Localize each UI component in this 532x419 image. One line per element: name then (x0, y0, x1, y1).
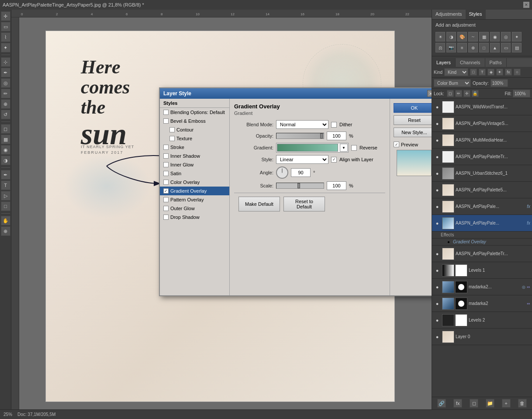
adj-icon-levels[interactable]: ▦ (479, 32, 489, 42)
filter-icon-3[interactable]: ◈ (487, 69, 494, 76)
gradient-overlay-item[interactable]: Gradient Overlay (160, 187, 229, 195)
adj-icon-poster[interactable]: □ (479, 43, 489, 52)
adj-icon-threshold[interactable]: ▲ (490, 43, 500, 52)
gradient-tool[interactable]: ▦ (1, 135, 10, 144)
blend-mode-select[interactable]: Color Burn Normal Multiply (434, 79, 471, 87)
layer-visibility-toggle[interactable]: ● (434, 267, 441, 274)
gradient-dropdown-arrow[interactable]: ▼ (340, 144, 348, 152)
texture-checkbox[interactable] (169, 136, 175, 141)
outer-glow-item[interactable]: Outer Glow (160, 204, 229, 213)
shape-tool[interactable]: □ (1, 201, 10, 211)
reset-to-default-button[interactable]: Reset to Default (283, 197, 325, 211)
adj-icon-bal[interactable]: ⚖ (435, 43, 445, 52)
eyedropper-tool[interactable]: ✒ (1, 68, 10, 77)
zoom-tool[interactable]: ⊕ (1, 226, 10, 236)
pattern-overlay-checkbox[interactable] (163, 197, 169, 202)
styles-tab[interactable]: Styles (466, 10, 486, 19)
layer-item[interactable]: ● AASPN_ArtPlayPaletteTr... (432, 246, 532, 262)
layer-item[interactable]: ● AASPN_WildWordTransf... (432, 99, 532, 115)
blending-options-checkbox[interactable] (163, 110, 169, 115)
filter-icon-4[interactable]: ✦ (496, 69, 503, 76)
link-layers-button[interactable]: 🔗 (437, 399, 446, 408)
lock-transparent-icon[interactable]: ◻ (447, 90, 454, 97)
history-brush[interactable]: ↺ (1, 110, 10, 119)
filter-icon-1[interactable]: □ (470, 69, 477, 76)
reset-button[interactable]: Reset (394, 115, 432, 125)
opacity-input[interactable] (491, 79, 508, 87)
adj-icon-mixer[interactable]: ≡ (457, 43, 467, 52)
add-mask-button[interactable]: ◻ (470, 399, 478, 408)
eraser-tool[interactable]: ◻ (1, 124, 10, 134)
make-default-button[interactable]: Make Default (238, 197, 280, 211)
outer-glow-checkbox[interactable] (163, 206, 169, 211)
paths-tab[interactable]: Paths (485, 58, 507, 67)
filter-icon-6[interactable]: ○ (514, 69, 521, 76)
clone-tool[interactable]: ⊕ (1, 99, 10, 109)
adj-icon-gradient-map[interactable]: ▭ (501, 43, 511, 52)
layer-visibility-toggle[interactable]: ● (434, 284, 441, 291)
angle-input[interactable] (291, 168, 311, 177)
crop-tool[interactable]: ⊹ (1, 57, 10, 67)
ok-button[interactable]: OK (394, 103, 432, 113)
layer-visibility-toggle[interactable]: ● (434, 120, 441, 127)
angle-wheel[interactable] (276, 166, 288, 179)
layer-visibility-toggle[interactable]: ● (434, 170, 441, 177)
preview-checkbox[interactable] (394, 142, 399, 147)
adj-icon-contrast[interactable]: ◑ (446, 32, 456, 42)
align-layer-checkbox[interactable] (331, 157, 337, 163)
dither-checkbox[interactable] (331, 122, 337, 128)
spot-heal-tool[interactable]: ◎ (1, 78, 10, 88)
move-tool[interactable]: ✛ (1, 11, 10, 21)
layer-visibility-toggle[interactable]: ● (434, 187, 441, 194)
color-overlay-checkbox[interactable] (163, 180, 169, 185)
reverse-checkbox[interactable] (351, 145, 357, 151)
layer-visibility-toggle[interactable]: ● (434, 104, 441, 111)
color-overlay-item[interactable]: Color Overlay (160, 178, 229, 187)
layer-item[interactable]: ● madarka2 ⇔ (432, 295, 532, 312)
layer-item[interactable]: ● madarka2... ◎ ⇔ (432, 279, 532, 295)
layer-visibility-toggle[interactable]: ● (434, 203, 441, 210)
window-close-button[interactable]: ✕ (523, 2, 529, 8)
contour-item[interactable]: Contour (160, 125, 229, 134)
lock-position-icon[interactable]: ✛ (463, 90, 470, 97)
lock-pixels-icon[interactable]: ✏ (455, 90, 462, 97)
layer-visibility-toggle[interactable]: ● (434, 220, 441, 227)
dodge-tool[interactable]: ◑ (1, 156, 10, 165)
layer-item[interactable]: ● AASPN_ArtPlayPaletteTr... (432, 149, 532, 165)
layer-visibility-toggle[interactable]: ● (434, 333, 441, 340)
stroke-item[interactable]: Stroke (160, 143, 229, 152)
drop-shadow-checkbox[interactable] (163, 215, 169, 220)
layer-visibility-toggle[interactable]: ● (434, 250, 441, 257)
layer-item[interactable]: ● Layer 0 (432, 329, 532, 345)
fill-input[interactable] (513, 90, 530, 97)
channels-tab[interactable]: Channels (456, 58, 485, 67)
adj-icon-color[interactable]: 🎨 (457, 32, 467, 42)
inner-shadow-item[interactable]: Inner Shadow (160, 152, 229, 160)
layer-item[interactable]: ● AASPN_ArtPlayPalette5... (432, 182, 532, 198)
pattern-overlay-item[interactable]: Pattern Overlay (160, 195, 229, 204)
pen-tool[interactable]: ✒ (1, 170, 10, 180)
blend-mode-select[interactable]: Normal Multiply Screen (276, 120, 328, 129)
opacity-input[interactable] (327, 132, 346, 140)
kind-select[interactable]: Kind Name Effect (444, 68, 468, 76)
satin-item[interactable]: Satin (160, 169, 229, 178)
layer-item[interactable]: ● AASPN_ArtPlayVintageS... (432, 115, 532, 132)
layer-visibility-toggle[interactable]: ● (434, 137, 441, 144)
layer-item[interactable]: ● AASPN_ArtPlayPale... fx (432, 198, 532, 215)
adjustments-tab[interactable]: Adjustments (432, 10, 466, 19)
delete-layer-button[interactable]: 🗑 (518, 399, 527, 408)
layer-item[interactable]: ● Levels 2 (432, 312, 532, 329)
layers-tab[interactable]: Layers (432, 58, 456, 67)
adj-icon-vibrance[interactable]: ✦ (512, 32, 522, 42)
blending-options-item[interactable]: Blending Options: Default (160, 108, 229, 117)
bevel-emboss-item[interactable]: Bevel & Emboss (160, 117, 229, 125)
select-tool[interactable]: ▭ (1, 22, 10, 31)
scale-input[interactable] (327, 181, 346, 190)
gradient-overlay-effect[interactable]: ● Gradient Overlay (432, 239, 532, 246)
filter-icon-5[interactable]: fx (505, 69, 512, 76)
inner-shadow-checkbox[interactable] (163, 153, 169, 159)
layer-item[interactable]: ● Levels 1 (432, 262, 532, 279)
style-select[interactable]: Linear Radial Angle Reflected Diamond (276, 155, 328, 164)
type-tool[interactable]: T (1, 180, 10, 190)
hand-tool[interactable]: ✋ (1, 216, 10, 225)
